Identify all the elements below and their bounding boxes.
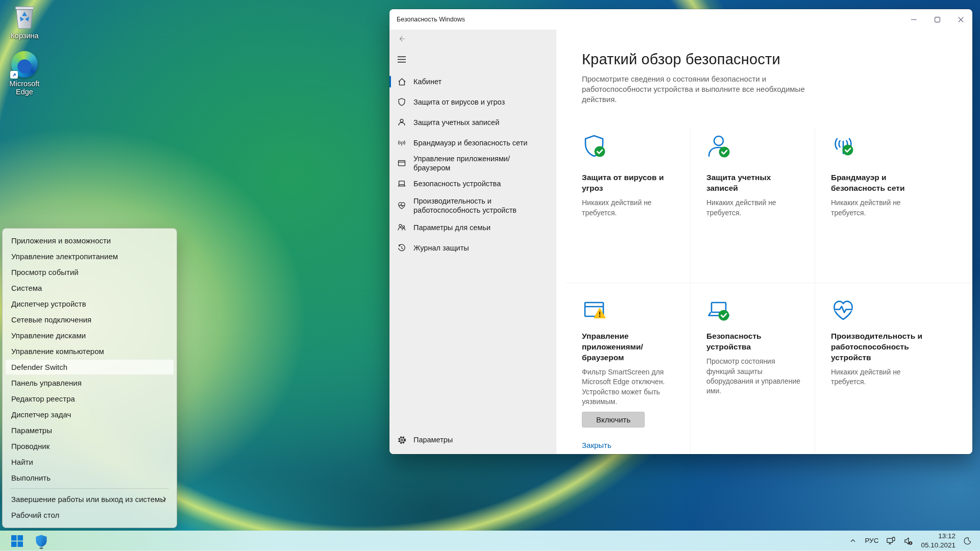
maximize-button[interactable] <box>925 9 949 30</box>
check-badge-icon <box>843 145 853 156</box>
titlebar[interactable]: Безопасность Windows <box>389 9 972 30</box>
taskbar-windows-defender[interactable] <box>32 532 51 549</box>
sidebar-item-virus-protection[interactable]: Защита от вирусов и угроз <box>389 92 556 112</box>
menu-item-system[interactable]: Система <box>5 280 174 296</box>
recycle-bin-icon <box>1 4 48 30</box>
menu-item-disk-management[interactable]: Управление дисками <box>5 328 174 343</box>
menu-item-network-connections[interactable]: Сетевые подключения <box>5 312 174 328</box>
menu-item-device-manager[interactable]: Диспетчер устройств <box>5 296 174 312</box>
volume-muted-icon[interactable] <box>903 536 913 546</box>
desktop-icon-label: Корзина <box>10 32 38 40</box>
menu-item-defender-switch[interactable]: Defender Switch <box>5 359 174 375</box>
moon-icon[interactable] <box>963 537 972 545</box>
virus-shield-icon <box>582 133 607 159</box>
account-icon <box>706 133 732 159</box>
back-arrow-icon[interactable] <box>395 32 409 45</box>
gear-icon <box>397 435 407 445</box>
tray-date: 05.10.2021 <box>921 541 955 550</box>
system-tray: РУС 13:12 05.10.2021 <box>849 532 980 549</box>
device-icon <box>706 297 732 323</box>
menu-item-run[interactable]: Выполнить <box>5 470 174 486</box>
shield-icon <box>397 97 407 107</box>
menu-separator <box>10 488 169 489</box>
menu-item-shutdown-signout[interactable]: Завершение работы или выход из системы <box>5 491 174 507</box>
menu-item-search[interactable]: Найти <box>5 454 174 470</box>
check-badge-icon <box>719 147 730 158</box>
card-app-browser-control[interactable]: Управление приложениями/браузером Фильтр… <box>566 283 691 454</box>
card-firewall[interactable]: Брандмауэр и безопасность сети Никаких д… <box>815 127 972 283</box>
firewall-icon <box>831 133 856 159</box>
close-button[interactable] <box>949 9 972 30</box>
menu-item-desktop[interactable]: Рабочий стол <box>5 507 174 523</box>
taskbar: РУС 13:12 05.10.2021 <box>0 531 980 551</box>
edge-icon <box>11 51 38 78</box>
menu-item-apps-features[interactable]: Приложения и возможности <box>5 233 174 248</box>
dismiss-link[interactable]: Закрыть <box>582 441 680 449</box>
health-icon <box>397 201 407 210</box>
hamburger-icon[interactable] <box>395 53 409 66</box>
page-title: Краткий обзор безопасности <box>582 51 972 68</box>
sidebar-item-settings[interactable]: Параметры <box>389 430 556 450</box>
tray-time: 13:12 <box>921 532 955 541</box>
windows-security-window: Безопасность Windows <box>389 9 972 454</box>
home-icon <box>397 77 407 87</box>
menu-item-settings[interactable]: Параметры <box>5 422 174 438</box>
menu-item-control-panel[interactable]: Панель управления <box>5 375 174 391</box>
sidebar-item-app-browser[interactable]: Управление приложениями/браузером <box>389 153 556 173</box>
shortcut-arrow-icon <box>10 71 18 79</box>
windows-logo-icon <box>11 535 23 547</box>
desktop-icon-label: Microsoft Edge <box>10 80 40 96</box>
sidebar: Кабинет Защита от вирусов и угроз Защита… <box>389 30 556 454</box>
sidebar-item-device-health[interactable]: Производительность и работоспособность у… <box>389 194 556 217</box>
health-icon <box>831 297 856 323</box>
card-account-protection[interactable]: Защита учетных записей Никаких действий … <box>691 127 815 283</box>
page-subtitle: Просмотрите сведения о состоянии безопас… <box>582 74 806 104</box>
clock[interactable]: 13:12 05.10.2021 <box>921 532 955 549</box>
family-icon <box>397 223 407 232</box>
sidebar-item-device-security[interactable]: Безопасность устройства <box>389 173 556 194</box>
card-device-health[interactable]: Производительность и работоспособность у… <box>815 283 972 454</box>
sidebar-item-home[interactable]: Кабинет <box>389 71 556 92</box>
menu-item-power-options[interactable]: Управление электропитанием <box>5 248 174 264</box>
card-virus-protection[interactable]: Защита от вирусов и угроз Никаких действ… <box>566 127 691 283</box>
network-tray-icon[interactable] <box>886 536 896 546</box>
language-indicator[interactable]: РУС <box>865 537 878 544</box>
app-browser-icon <box>397 159 407 168</box>
firewall-icon <box>397 138 407 147</box>
desktop-icon-edge[interactable]: Microsoft Edge <box>1 51 48 96</box>
sidebar-item-protection-history[interactable]: Журнал защиты <box>389 238 556 258</box>
minimize-button[interactable] <box>902 9 925 30</box>
enable-button[interactable]: Включить <box>582 412 645 428</box>
menu-item-task-manager[interactable]: Диспетчер задач <box>5 407 174 422</box>
security-cards-grid: Защита от вирусов и угроз Никаких действ… <box>566 127 972 454</box>
card-device-security[interactable]: Безопасность устройства Просмотр состоян… <box>691 283 815 454</box>
menu-item-event-viewer[interactable]: Просмотр событий <box>5 264 174 280</box>
winx-context-menu: Приложения и возможности Управление элек… <box>2 228 177 528</box>
history-icon <box>397 243 407 253</box>
check-badge-icon <box>719 310 729 321</box>
app-browser-icon <box>582 297 607 323</box>
check-badge-icon <box>595 146 605 157</box>
sidebar-item-account-protection[interactable]: Защита учетных записей <box>389 112 556 133</box>
account-icon <box>397 118 407 127</box>
menu-item-computer-management[interactable]: Управление компьютером <box>5 343 174 359</box>
desktop: Корзина Microsoft Edge Приложения и возм… <box>0 0 980 551</box>
desktop-icon-recycle-bin[interactable]: Корзина <box>1 4 48 40</box>
window-title: Безопасность Windows <box>389 16 902 23</box>
chevron-up-icon[interactable] <box>849 537 857 545</box>
sidebar-item-firewall[interactable]: Брандмауэр и безопасность сети <box>389 133 556 153</box>
sidebar-item-family-options[interactable]: Параметры для семьи <box>389 217 556 238</box>
main-content: Краткий обзор безопасности Просмотрите с… <box>556 30 972 454</box>
menu-item-registry-editor[interactable]: Редактор реестра <box>5 391 174 407</box>
menu-item-file-explorer[interactable]: Проводник <box>5 438 174 454</box>
defender-shield-icon <box>35 534 47 547</box>
start-button[interactable] <box>7 532 27 549</box>
device-icon <box>397 179 407 188</box>
submenu-chevron-icon <box>161 495 168 503</box>
sidebar-nav: Кабинет Защита от вирусов и угроз Защита… <box>389 71 556 258</box>
